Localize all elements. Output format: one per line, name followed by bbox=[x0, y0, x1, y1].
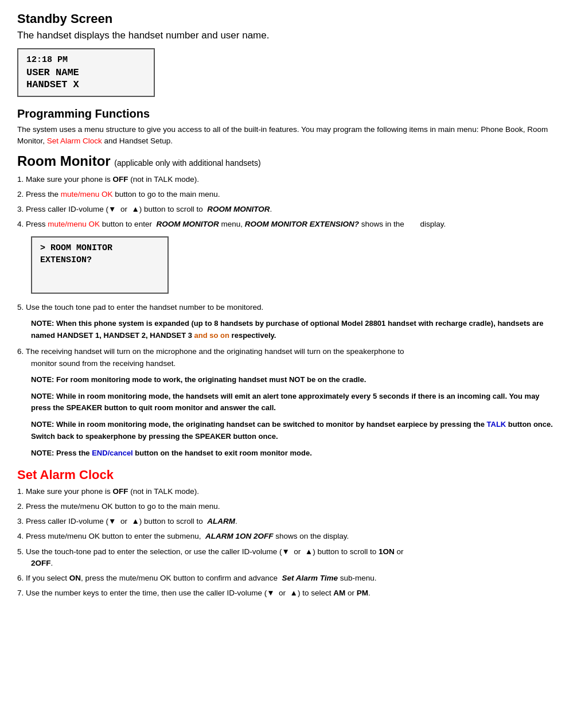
step-6: 6. The receiving handset will turn on th… bbox=[17, 346, 560, 369]
programming-intro: The system uses a menu structure to give… bbox=[17, 124, 560, 147]
room-monitor-title: Room Monitor (applicable only with addit… bbox=[17, 153, 560, 169]
note-5: NOTE: Press the END/cancel button on the… bbox=[31, 447, 560, 460]
display-username: USER NAME bbox=[26, 67, 146, 78]
display2-line1: > ROOM MONITOR bbox=[40, 243, 159, 253]
note-1: NOTE: When this phone system is expanded… bbox=[31, 318, 560, 342]
alarm-steps: 1. Make sure your phone is OFF (not in T… bbox=[17, 486, 560, 599]
display-time: 12:18 PM bbox=[26, 55, 146, 65]
alarm-title: Set Alarm Clock bbox=[17, 468, 560, 482]
alarm-step-1: 1. Make sure your phone is OFF (not in T… bbox=[17, 486, 560, 497]
programming-title: Programming Functions bbox=[17, 107, 560, 120]
programming-intro-red: Set Alarm Clock bbox=[47, 137, 102, 145]
alarm-step-2: 2. Press the mute/menu OK button to go t… bbox=[17, 501, 560, 512]
step-4: 4. Press mute/menu OK button to enter RO… bbox=[17, 219, 560, 230]
standby-title: Standby Screen bbox=[17, 11, 560, 26]
step-3: 3. Press caller ID-volume (▼ or ▲) butto… bbox=[17, 204, 560, 215]
alarm-step-6: 6. If you select ON, press the mute/menu… bbox=[17, 573, 560, 584]
alarm-step-7: 7. Use the number keys to enter the time… bbox=[17, 587, 560, 599]
note-2: NOTE: For room monitoring mode to work, … bbox=[31, 374, 560, 386]
standby-subtitle: The handset displays the handset number … bbox=[17, 30, 560, 41]
alarm-step-3: 3. Press caller ID-volume (▼ or ▲) butto… bbox=[17, 516, 560, 527]
note-3: NOTE: While in room monitoring mode, the… bbox=[31, 391, 560, 415]
alarm-step-5: 5. Use the touch-tone pad to enter the s… bbox=[17, 546, 560, 570]
note-4: NOTE: While in room monitoring mode, the… bbox=[31, 419, 560, 443]
room-monitor-steps: 1. Make sure your phone is OFF (not in T… bbox=[17, 174, 560, 231]
alarm-step-4: 4. Press mute/menu OK button to enter th… bbox=[17, 531, 560, 542]
room-monitor-display: > ROOM MONITOR EXTENSION? bbox=[31, 236, 169, 294]
step-5: 5. Use the touch tone pad to enter the h… bbox=[17, 302, 560, 313]
step-2: 2. Press the mute/menu OK button to go t… bbox=[17, 189, 560, 200]
display-handset: HANDSET X bbox=[26, 79, 146, 90]
step-1: 1. Make sure your phone is OFF (not in T… bbox=[17, 174, 560, 185]
standby-display: 12:18 PM USER NAME HANDSET X bbox=[17, 48, 155, 97]
room-monitor-subtitle: (applicable only with additional handset… bbox=[114, 158, 260, 168]
display2-line2: EXTENSION? bbox=[40, 255, 159, 265]
